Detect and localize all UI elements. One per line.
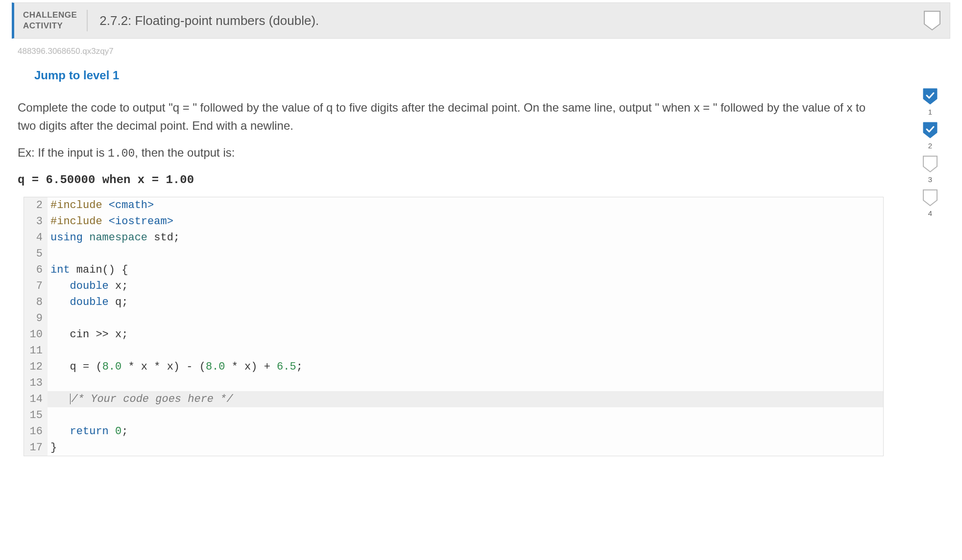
progress-step[interactable]: 4 <box>923 189 938 218</box>
challenge-label-line1: CHALLENGE <box>23 10 77 21</box>
code-editor[interactable]: 2#include <cmath>3#include <iostream>4us… <box>24 197 884 456</box>
line-content[interactable]: /* Your code goes here */ <box>48 391 883 407</box>
activity-id: 488396.3068650.qx3zqy7 <box>18 46 962 57</box>
code-line[interactable]: 9 <box>24 310 883 327</box>
instructions-block: Complete the code to output "q = " follo… <box>18 98 884 163</box>
shield-done-icon[interactable] <box>923 122 938 139</box>
code-line[interactable]: 5 <box>24 246 883 262</box>
activity-header: CHALLENGE ACTIVITY 2.7.2: Floating-point… <box>12 2 950 39</box>
progress-step-number: 4 <box>928 208 932 218</box>
line-content[interactable]: } <box>48 440 883 456</box>
line-number: 17 <box>24 440 48 456</box>
shield-empty-icon[interactable] <box>923 189 938 206</box>
line-content[interactable]: q = (8.0 * x * x) - (8.0 * x) + 6.5; <box>48 359 883 375</box>
line-number: 16 <box>24 423 48 440</box>
line-content[interactable]: int main() { <box>48 262 883 278</box>
header-shield-icon <box>923 10 941 31</box>
challenge-activity-label: CHALLENGE ACTIVITY <box>23 10 88 31</box>
line-number: 11 <box>24 343 48 359</box>
line-content[interactable]: using namespace std; <box>48 230 883 246</box>
line-content[interactable]: #include <iostream> <box>48 213 883 230</box>
line-number: 15 <box>24 407 48 423</box>
line-content[interactable] <box>48 375 883 391</box>
progress-step-number: 1 <box>928 107 932 117</box>
line-number: 2 <box>24 197 48 213</box>
progress-step[interactable]: 3 <box>923 156 938 185</box>
code-line[interactable]: 14 /* Your code goes here */ <box>24 391 883 407</box>
code-line[interactable]: 12 q = (8.0 * x * x) - (8.0 * x) + 6.5; <box>24 359 883 375</box>
code-line[interactable]: 10 cin >> x; <box>24 327 883 343</box>
code-line[interactable]: 7 double x; <box>24 278 883 294</box>
line-number: 12 <box>24 359 48 375</box>
shield-empty-icon[interactable] <box>923 156 938 172</box>
progress-step-number: 2 <box>928 140 932 151</box>
progress-step-number: 3 <box>928 174 932 185</box>
example-prefix: Ex: If the input is <box>18 146 108 159</box>
activity-title: 2.7.2: Floating-point numbers (double). <box>99 12 319 29</box>
code-line[interactable]: 17} <box>24 440 883 456</box>
jump-to-level-link[interactable]: Jump to level 1 <box>34 67 119 84</box>
line-content[interactable]: double q; <box>48 294 883 310</box>
code-line[interactable]: 8 double q; <box>24 294 883 310</box>
shield-done-icon[interactable] <box>923 88 938 105</box>
progress-step[interactable]: 1 <box>923 88 938 117</box>
code-line[interactable]: 16 return 0; <box>24 423 883 440</box>
instructions-example: Ex: If the input is 1.00, then the outpu… <box>18 143 884 163</box>
code-line[interactable]: 3#include <iostream> <box>24 213 883 230</box>
code-line[interactable]: 4using namespace std; <box>24 230 883 246</box>
line-number: 13 <box>24 375 48 391</box>
line-content[interactable]: return 0; <box>48 423 883 440</box>
progress-steps: 1234 <box>923 88 938 218</box>
line-number: 4 <box>24 230 48 246</box>
line-number: 8 <box>24 294 48 310</box>
line-number: 9 <box>24 310 48 327</box>
line-number: 5 <box>24 246 48 262</box>
line-number: 10 <box>24 327 48 343</box>
code-line[interactable]: 11 <box>24 343 883 359</box>
expected-output-line: q = 6.50000 when x = 1.00 <box>18 172 884 188</box>
progress-step[interactable]: 2 <box>923 122 938 151</box>
line-number: 3 <box>24 213 48 230</box>
instructions-paragraph-1: Complete the code to output "q = " follo… <box>18 98 884 135</box>
line-number: 14 <box>24 391 48 407</box>
code-line[interactable]: 6int main() { <box>24 262 883 278</box>
text-caret <box>70 394 71 404</box>
code-line[interactable]: 13 <box>24 375 883 391</box>
code-line[interactable]: 15 <box>24 407 883 423</box>
line-number: 6 <box>24 262 48 278</box>
line-content[interactable] <box>48 343 883 359</box>
line-content[interactable] <box>48 310 883 327</box>
challenge-label-line2: ACTIVITY <box>23 21 77 31</box>
code-line[interactable]: 2#include <cmath> <box>24 197 883 213</box>
line-number: 7 <box>24 278 48 294</box>
example-input: 1.00 <box>108 147 135 160</box>
line-content[interactable] <box>48 407 883 423</box>
example-suffix: , then the output is: <box>135 146 235 159</box>
line-content[interactable]: cin >> x; <box>48 327 883 343</box>
line-content[interactable]: #include <cmath> <box>48 197 883 213</box>
line-content[interactable] <box>48 246 883 262</box>
line-content[interactable]: double x; <box>48 278 883 294</box>
